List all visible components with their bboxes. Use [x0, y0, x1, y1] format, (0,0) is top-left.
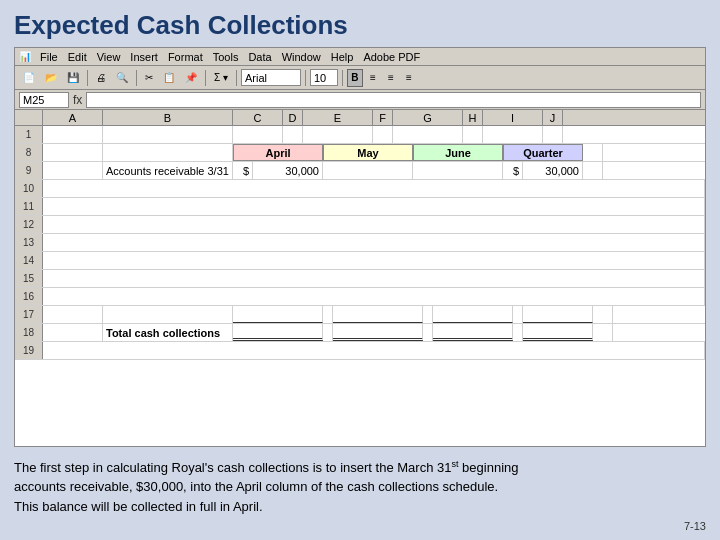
cell-1c[interactable] [233, 126, 283, 143]
cell-1j[interactable] [543, 126, 563, 143]
table-row: 13 [15, 234, 705, 252]
cell-18-dbl1[interactable] [233, 324, 323, 341]
cell-17a[interactable] [43, 306, 103, 323]
cell-9c-dollar[interactable]: $ [233, 162, 253, 179]
copy-button[interactable]: 📋 [159, 69, 179, 87]
cell-9f[interactable] [413, 162, 503, 179]
menu-edit[interactable]: Edit [63, 51, 92, 63]
cell-18-gap1 [323, 324, 333, 341]
formula-bar: M25 fx [15, 90, 705, 110]
new-button[interactable]: 📄 [19, 69, 39, 87]
cell-9h-val[interactable]: 30,000 [523, 162, 583, 179]
cell-9e[interactable] [323, 162, 413, 179]
cell-9a[interactable] [43, 162, 103, 179]
cell-quarter-header[interactable]: Quarter [503, 144, 583, 161]
cell-1d[interactable] [283, 126, 303, 143]
font-size: 10 [314, 72, 326, 84]
align-left-button[interactable]: ≡ [365, 69, 381, 87]
cell-12[interactable] [43, 216, 705, 233]
cell-13[interactable] [43, 234, 705, 251]
cell-17-gap2 [423, 306, 433, 323]
cell-17j[interactable] [593, 306, 613, 323]
col-header-d[interactable]: D [283, 110, 303, 125]
cell-19[interactable] [43, 342, 705, 359]
cell-8a[interactable] [43, 144, 103, 161]
row-num-header [15, 110, 43, 125]
cell-reference-box[interactable]: M25 [19, 92, 69, 108]
cell-17-gap3 [513, 306, 523, 323]
cell-1a[interactable] [43, 126, 103, 143]
formula-input[interactable] [86, 92, 701, 108]
col-header-f[interactable]: F [373, 110, 393, 125]
cell-1f[interactable] [373, 126, 393, 143]
cell-8j[interactable] [583, 144, 603, 161]
align-right-button[interactable]: ≡ [401, 69, 417, 87]
cell-15[interactable] [43, 270, 705, 287]
cell-18-dbl4[interactable] [523, 324, 593, 341]
cell-17-underline3[interactable] [433, 306, 513, 323]
cell-april-header[interactable]: April [233, 144, 323, 161]
menu-window[interactable]: Window [277, 51, 326, 63]
col-header-g[interactable]: G [393, 110, 463, 125]
row-num-12: 12 [15, 216, 43, 233]
bold-button[interactable]: B [347, 69, 363, 87]
menu-format[interactable]: Format [163, 51, 208, 63]
cell-1i[interactable] [483, 126, 543, 143]
col-header-j[interactable]: J [543, 110, 563, 125]
col-header-b[interactable]: B [103, 110, 233, 125]
col-header-e[interactable]: E [303, 110, 373, 125]
cell-1b[interactable] [103, 126, 233, 143]
cell-9j[interactable] [583, 162, 603, 179]
open-button[interactable]: 📂 [41, 69, 61, 87]
cut-button[interactable]: ✂ [141, 69, 157, 87]
menu-insert[interactable]: Insert [125, 51, 163, 63]
cell-1h[interactable] [463, 126, 483, 143]
table-row: 10 [15, 180, 705, 198]
cell-1e[interactable] [303, 126, 373, 143]
cell-may-header[interactable]: May [323, 144, 413, 161]
cell-18b-label[interactable]: Total cash collections [103, 324, 233, 341]
menu-data[interactable]: Data [243, 51, 276, 63]
cell-11[interactable] [43, 198, 705, 215]
cell-8b[interactable] [103, 144, 233, 161]
cell-june-header[interactable]: June [413, 144, 503, 161]
cell-9d-val[interactable]: 30,000 [253, 162, 323, 179]
print-button[interactable]: 🖨 [92, 69, 110, 87]
menu-tools[interactable]: Tools [208, 51, 244, 63]
paste-button[interactable]: 📌 [181, 69, 201, 87]
menu-adobe[interactable]: Adobe PDF [358, 51, 425, 63]
cell-10[interactable] [43, 180, 705, 197]
cell-17-underline2[interactable] [333, 306, 423, 323]
cell-17b[interactable] [103, 306, 233, 323]
menu-view[interactable]: View [92, 51, 126, 63]
cell-9b-label[interactable]: Accounts receivable 3/31 [103, 162, 233, 179]
cell-18j[interactable] [593, 324, 613, 341]
excel-window: 📊 File Edit View Insert Format Tools Dat… [14, 47, 706, 447]
menu-file[interactable]: File [35, 51, 63, 63]
row-num-15: 15 [15, 270, 43, 287]
cell-14[interactable] [43, 252, 705, 269]
cell-9g-dollar[interactable]: $ [503, 162, 523, 179]
cell-17-underline4[interactable] [523, 306, 593, 323]
cell-18a[interactable] [43, 324, 103, 341]
col-header-i[interactable]: I [483, 110, 543, 125]
cell-18-dbl3[interactable] [433, 324, 513, 341]
col-header-c[interactable]: C [233, 110, 283, 125]
sigma-button[interactable]: Σ ▾ [210, 69, 232, 87]
cell-1g[interactable] [393, 126, 463, 143]
slide-number: 7-13 [14, 518, 706, 532]
cell-18-gap2 [423, 324, 433, 341]
preview-button[interactable]: 🔍 [112, 69, 132, 87]
col-header-h[interactable]: H [463, 110, 483, 125]
cell-18-dbl2[interactable] [333, 324, 423, 341]
align-center-button[interactable]: ≡ [383, 69, 399, 87]
slide-container: Expected Cash Collections 📊 File Edit Vi… [0, 0, 720, 540]
font-size-selector[interactable]: 10 [310, 69, 338, 86]
table-row: 9 Accounts receivable 3/31 $ 30,000 $ 30… [15, 162, 705, 180]
save-button[interactable]: 💾 [63, 69, 83, 87]
menu-help[interactable]: Help [326, 51, 359, 63]
cell-16[interactable] [43, 288, 705, 305]
col-header-a[interactable]: A [43, 110, 103, 125]
cell-17-underline1[interactable] [233, 306, 323, 323]
font-selector[interactable]: Arial [241, 69, 301, 86]
